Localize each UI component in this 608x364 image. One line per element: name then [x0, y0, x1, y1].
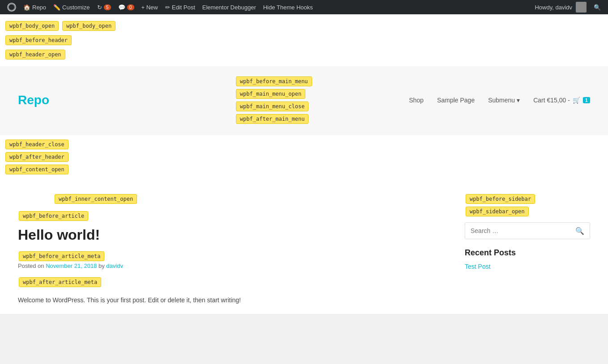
customize-label: Customize — [62, 4, 90, 11]
hook-wpbf-main-menu-close[interactable]: wpbf_main_menu_close — [236, 102, 309, 111]
nav-submenu[interactable]: Submenu ▾ — [488, 97, 520, 104]
header-hooks-nav: wpbf_before_main_menu wpbf_main_menu_ope… — [235, 75, 313, 125]
hook-row-1: wpbf_body_open wpbf_body_open — [4, 20, 604, 32]
nav-cart[interactable]: Cart €15,00 - 🛒 1 — [533, 97, 590, 104]
adminbar-customize[interactable]: ✏️ Customize — [50, 0, 93, 14]
hook-wpbf-body-open-1[interactable]: wpbf_body_open — [5, 21, 59, 31]
article-title: Hello world! — [18, 227, 447, 243]
new-label: + New — [141, 4, 158, 11]
comments-badge: 0 — [127, 4, 134, 10]
after-header-hooks: wpbf_header_close wpbf_after_header wpbf… — [0, 135, 608, 179]
site-header-inner: Repo wpbf_before_main_menu wpbf_main_men… — [18, 75, 590, 125]
hook-wpbf-header-open[interactable]: wpbf_header_open — [5, 50, 65, 59]
avatar — [576, 2, 587, 13]
adminbar-howdy[interactable]: Howdy, davidv — [531, 0, 590, 14]
adminbar-edit-post[interactable]: ✏ Edit Post — [162, 0, 199, 14]
recent-post-item[interactable]: Test Post — [465, 263, 491, 270]
hook-wpbf-after-article-meta[interactable]: wpbf_after_article_meta — [19, 277, 101, 287]
search-input[interactable] — [465, 223, 570, 239]
nav-sample-page[interactable]: Sample Page — [437, 97, 475, 104]
search-icon: 🔍 — [594, 4, 601, 11]
nav-shop[interactable]: Shop — [409, 97, 424, 104]
adminbar-right: Howdy, davidv 🔍 — [531, 0, 604, 14]
main-column: wpbf_inner_content_open wpbf_before_arti… — [18, 188, 447, 305]
hook-wpbf-main-menu-open[interactable]: wpbf_main_menu_open — [236, 89, 305, 99]
repo-label: Repo — [32, 4, 46, 11]
wp-logo[interactable] — [4, 0, 20, 14]
cart-badge: 1 — [583, 97, 590, 103]
comment-icon: 💬 — [118, 4, 125, 11]
edit-post-label: Edit Post — [172, 4, 195, 11]
adminbar-updates[interactable]: ↻ 5 — [94, 0, 115, 14]
search-box: 🔍 — [465, 222, 590, 239]
pencil-icon: ✏️ — [53, 4, 60, 11]
post-author[interactable]: davidv — [106, 262, 123, 269]
elementor-label: Elementor Debugger — [202, 4, 256, 11]
site-content: wpbf_inner_content_open wpbf_before_arti… — [0, 179, 608, 314]
post-content: Welcome to WordPress. This is your first… — [18, 295, 447, 305]
hook-wpbf-sidebar-open[interactable]: wpbf_sidebar_open — [466, 207, 529, 216]
house-icon: 🏠 — [23, 4, 30, 11]
hook-row-after-header: wpbf_after_header — [4, 151, 604, 163]
adminbar-new[interactable]: + New — [138, 0, 162, 14]
search-icon: 🔍 — [575, 227, 584, 235]
cart-text: Cart €15,00 - — [533, 97, 570, 104]
site-logo[interactable]: Repo — [18, 93, 49, 107]
adminbar-elementor[interactable]: Elementor Debugger — [199, 0, 260, 14]
hook-wpbf-before-article[interactable]: wpbf_before_article — [19, 211, 88, 221]
before-article-hook-row: wpbf_before_article — [18, 210, 447, 222]
adminbar-search[interactable]: 🔍 — [590, 0, 604, 14]
site-header: Repo wpbf_before_main_menu wpbf_main_men… — [0, 66, 608, 135]
top-hooks-area: wpbf_body_open wpbf_body_open wpbf_befor… — [0, 14, 608, 66]
recent-posts-list: Test Post — [465, 263, 590, 270]
hook-wpbf-content-open[interactable]: wpbf_content_open — [5, 165, 69, 174]
hook-wpbf-before-article-meta[interactable]: wpbf_before_article_meta — [19, 251, 104, 261]
hook-wpbf-header-close[interactable]: wpbf_header_close — [5, 140, 69, 149]
hook-wpbf-inner-content-open[interactable]: wpbf_inner_content_open — [55, 194, 137, 204]
edit-icon: ✏ — [165, 4, 170, 11]
chevron-down-icon: ▾ — [517, 97, 520, 104]
hook-wpbf-before-sidebar[interactable]: wpbf_before_sidebar — [466, 194, 535, 204]
hook-row-2: wpbf_before_header — [4, 34, 604, 47]
submenu-label: Submenu — [488, 97, 515, 104]
hook-wpbf-before-header[interactable]: wpbf_before_header — [5, 35, 72, 45]
after-article-meta-hook-row: wpbf_after_article_meta — [18, 276, 447, 288]
hook-row-3: wpbf_header_open — [4, 48, 604, 61]
search-button[interactable]: 🔍 — [570, 223, 590, 239]
post-date[interactable]: November 21, 2018 — [46, 262, 97, 269]
site-nav: Shop Sample Page Submenu ▾ Cart €15,00 -… — [409, 97, 590, 104]
page-wrapper: wpbf_body_open wpbf_body_open wpbf_befor… — [0, 14, 608, 314]
before-article-meta-hook-row: wpbf_before_article_meta — [18, 250, 447, 262]
admin-bar: 🏠 Repo ✏️ Customize ↻ 5 💬 0 + New ✏ Edit… — [0, 0, 608, 14]
hook-wpbf-after-main-menu[interactable]: wpbf_after_main_menu — [236, 114, 309, 124]
hook-row-content-open: wpbf_content_open — [4, 163, 604, 176]
adminbar-repo[interactable]: 🏠 Repo — [20, 0, 50, 14]
svg-point-0 — [8, 3, 16, 11]
adminbar-hide-hooks[interactable]: Hide Theme Hooks — [260, 0, 317, 14]
hook-wpbf-before-main-menu[interactable]: wpbf_before_main_menu — [236, 76, 312, 86]
updates-badge: 5 — [104, 4, 111, 10]
hide-hooks-label: Hide Theme Hooks — [263, 4, 313, 11]
by-text: by — [98, 262, 106, 269]
hook-wpbf-after-header[interactable]: wpbf_after_header — [5, 152, 69, 162]
sidebar-open-hook-row: wpbf_sidebar_open — [465, 205, 590, 218]
recent-posts-title: Recent Posts — [465, 248, 590, 258]
posted-on-text: Posted on — [18, 262, 44, 269]
post-meta: Posted on November 21, 2018 by davidv — [18, 262, 447, 269]
hook-row-header-close: wpbf_header_close — [4, 138, 604, 151]
hook-wpbf-body-open-2[interactable]: wpbf_body_open — [62, 21, 116, 31]
adminbar-comments[interactable]: 💬 0 — [115, 0, 138, 14]
inner-content-hooks: wpbf_inner_content_open — [54, 188, 447, 210]
refresh-icon: ↻ — [97, 4, 102, 11]
sidebar-hooks: wpbf_before_sidebar wpbf_sidebar_open — [465, 193, 590, 218]
cart-icon: 🛒 — [573, 97, 580, 104]
before-sidebar-hook-row: wpbf_before_sidebar — [465, 193, 590, 205]
howdy-text: Howdy, davidv — [535, 4, 572, 11]
sidebar-column: wpbf_before_sidebar wpbf_sidebar_open 🔍 … — [465, 188, 590, 305]
